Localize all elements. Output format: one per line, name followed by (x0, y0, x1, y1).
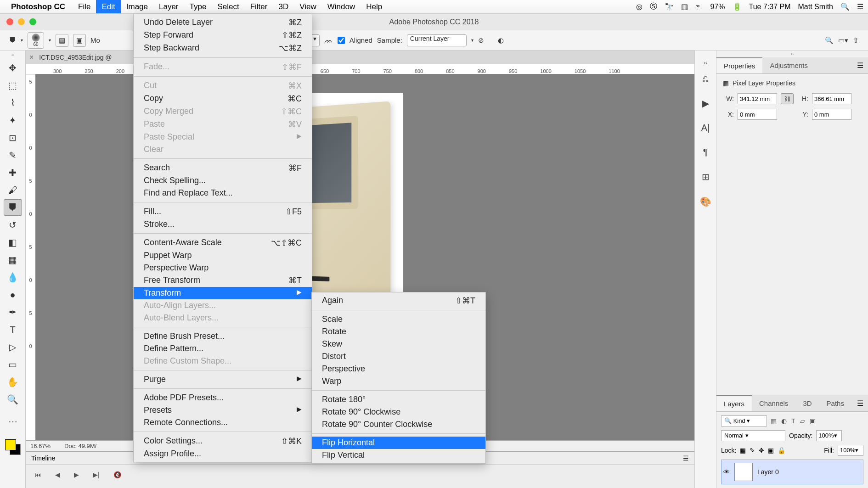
menu-select[interactable]: Select (212, 0, 244, 13)
next-frame-icon[interactable]: ▶| (93, 471, 100, 478)
smart-filter-icon[interactable]: ▣ (810, 417, 816, 425)
width-input[interactable] (738, 93, 777, 104)
menu-type[interactable]: Type (184, 0, 212, 13)
menu-icon[interactable]: ☰ (857, 2, 863, 11)
menu-item[interactable]: Assign Profile... (134, 448, 312, 460)
menu-window[interactable]: Window (322, 0, 361, 13)
menu-item[interactable]: Free Transform⌘T (134, 274, 312, 287)
close-icon[interactable] (6, 18, 13, 25)
document-tab[interactable]: ICT.DSC_4953Edit.jpg @ (34, 54, 117, 61)
pressure-icon[interactable]: ◐ (498, 36, 504, 45)
type-tool[interactable]: T (4, 321, 22, 338)
zoom-tool[interactable]: 🔍 (4, 391, 22, 408)
clone-source-icon[interactable]: ▣ (73, 34, 86, 47)
tab-3d[interactable]: 3D (795, 395, 819, 411)
type-filter-icon[interactable]: T (791, 417, 795, 425)
battery-icon[interactable]: ▥ (681, 2, 688, 11)
menu-filter[interactable]: Filter (245, 0, 273, 13)
marquee-tool[interactable]: ⬚ (4, 77, 22, 94)
menu-item[interactable]: Content-Aware Scale⌥⇧⌘C (134, 236, 312, 249)
menu-item[interactable]: Purge▶ (134, 373, 312, 386)
audio-icon[interactable]: 🔇 (113, 471, 121, 478)
menu-item[interactable]: Skew (312, 338, 485, 350)
menu-item[interactable]: Rotate 90° Counter Clockwise (312, 418, 485, 431)
lock-move-icon[interactable]: ✥ (759, 447, 764, 454)
s-icon[interactable]: Ⓢ (650, 2, 657, 11)
menu-item[interactable]: Color Settings...⇧⌘K (134, 435, 312, 448)
ignore-adj-icon[interactable]: ⊘ (478, 36, 484, 45)
menu-item[interactable]: Rotate 90° Clockwise (312, 406, 485, 418)
shape-tool[interactable]: ▭ (4, 356, 22, 373)
menu-item[interactable]: Stroke... (134, 218, 312, 230)
fill-input[interactable]: 100%▾ (838, 445, 863, 456)
menu-item[interactable]: Rotate (312, 325, 485, 338)
menu-item[interactable]: Step Backward⌥⌘Z (134, 42, 312, 55)
clone-stamp-tool[interactable]: ⛊ (4, 199, 22, 216)
menu-edit[interactable]: Edit (96, 0, 120, 13)
minimize-icon[interactable] (18, 18, 25, 25)
x-input[interactable] (738, 109, 777, 120)
menu-item[interactable]: Copy⌘C (134, 92, 312, 105)
quick-select-tool[interactable]: ✦ (4, 112, 22, 129)
airbrush-icon[interactable]: ᨏ (324, 36, 333, 45)
collapse-icon[interactable]: » (11, 52, 14, 57)
share-icon[interactable]: ⇧ (853, 36, 859, 45)
layer-row[interactable]: 👁 Layer 0 (721, 460, 863, 484)
eyedropper-tool[interactable]: ✎ (4, 147, 22, 163)
lock-position-icon[interactable]: ✎ (750, 447, 755, 454)
crop-tool[interactable]: ⊡ (4, 129, 22, 146)
swatches-icon[interactable]: ⊞ (702, 171, 710, 182)
tab-layers[interactable]: Layers (716, 395, 752, 411)
menu-item[interactable]: Step Forward⇧⌘Z (134, 29, 312, 42)
expand-icon[interactable]: ‹‹ (704, 60, 707, 65)
search-icon[interactable]: 🔍 (825, 36, 834, 45)
menu-item[interactable]: Puppet Warp (134, 249, 312, 262)
battery2-icon[interactable]: 🔋 (733, 2, 742, 11)
menu-item[interactable]: Adobe PDF Presets... (134, 392, 312, 404)
menu-item[interactable]: Rotate 180° (312, 393, 485, 406)
menu-item[interactable]: Find and Replace Text... (134, 187, 312, 199)
healing-tool[interactable]: ✚ (4, 164, 22, 181)
edit-toolbar-icon[interactable]: ⋯ (4, 413, 22, 430)
prev-frame-icon[interactable]: ◀ (55, 471, 60, 478)
height-input[interactable] (812, 93, 851, 104)
user-name[interactable]: Matt Smith (798, 3, 833, 11)
brush-panel-icon[interactable]: ▤ (56, 34, 68, 47)
panel-menu-icon[interactable]: ☰ (683, 454, 689, 462)
shape-filter-icon[interactable]: ▱ (800, 417, 805, 425)
path-tool[interactable]: ▷ (4, 339, 22, 355)
adj-filter-icon[interactable]: ◐ (781, 417, 787, 425)
zoom-level[interactable]: 16.67% (30, 443, 51, 449)
character-icon[interactable]: A| (701, 123, 710, 133)
color-swatches[interactable] (5, 439, 21, 455)
tab-close-icon[interactable]: × (29, 53, 34, 62)
menu-layer[interactable]: Layer (153, 0, 184, 13)
menu-help[interactable]: Help (361, 0, 388, 13)
history-icon[interactable]: ⎌ (703, 73, 708, 84)
gradient-tool[interactable]: ▦ (4, 252, 22, 268)
visibility-icon[interactable]: 👁 (723, 468, 730, 476)
layer-thumbnail[interactable] (734, 463, 753, 481)
lock-pixels-icon[interactable]: ▦ (740, 447, 746, 454)
pixel-filter-icon[interactable]: ▦ (771, 417, 777, 425)
menu-item[interactable]: Presets▶ (134, 404, 312, 416)
menu-item[interactable]: Again⇧⌘T (312, 294, 485, 307)
binoculars-icon[interactable]: 🔭 (665, 2, 674, 11)
pen-tool[interactable]: ✒ (4, 304, 22, 320)
dodge-tool[interactable]: ● (4, 286, 22, 303)
app-name[interactable]: Photoshop CC (11, 2, 65, 11)
hand-tool[interactable]: ✋ (4, 374, 22, 390)
menu-3d[interactable]: 3D (273, 0, 294, 13)
clock[interactable]: Tue 7:37 PM (749, 3, 791, 11)
menu-item[interactable]: Search⌘F (134, 162, 312, 174)
lock-all-icon[interactable]: 🔒 (778, 447, 785, 454)
menu-item[interactable]: Scale (312, 313, 485, 325)
menu-item[interactable]: Undo Delete Layer⌘Z (134, 16, 312, 29)
blend-mode[interactable]: Normal ▾ (721, 430, 785, 441)
color-icon[interactable]: 🎨 (700, 196, 711, 207)
clone-stamp-icon[interactable]: ⛊ (9, 36, 16, 44)
menu-item[interactable]: Check Spelling... (134, 174, 312, 187)
menu-item[interactable]: Perspective Warp (134, 262, 312, 274)
paragraph-icon[interactable]: ¶ (703, 147, 708, 157)
menu-image[interactable]: Image (121, 0, 153, 13)
